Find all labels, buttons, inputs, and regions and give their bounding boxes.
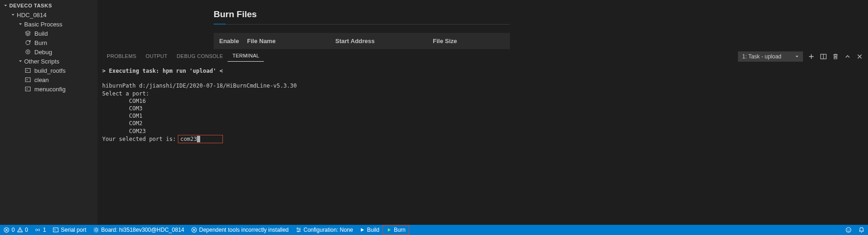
status-dep-tools[interactable]: Dependent tools incorrectly installed bbox=[188, 225, 292, 235]
status-value: 0 bbox=[25, 227, 28, 233]
terminal-line: Select a port: bbox=[102, 90, 149, 97]
status-label: Dependent tools incorrectly installed bbox=[199, 227, 289, 233]
tree-item-clean[interactable]: clean bbox=[0, 75, 98, 84]
new-terminal-icon[interactable] bbox=[808, 53, 815, 60]
tree-item-basic-process[interactable]: Basic Process bbox=[0, 19, 98, 29]
status-bar: 0 0 1 Serial port Board: hi3518ev300@HDC… bbox=[0, 225, 868, 235]
panel-tabs: PROBLEMS OUTPUT DEBUG CONSOLE TERMINAL 1… bbox=[98, 49, 868, 62]
page-title: Burn Files bbox=[214, 9, 868, 19]
tree-item-burn[interactable]: Burn bbox=[0, 38, 98, 47]
script-icon bbox=[24, 76, 32, 83]
burn-icon bbox=[24, 39, 32, 46]
th-file-name: File Name bbox=[247, 38, 335, 44]
tree-label: HDC_0814 bbox=[17, 12, 46, 19]
terminal-line: COM23 bbox=[129, 128, 146, 134]
terminal-output[interactable]: > Executing task: hpm run 'upload' < hib… bbox=[98, 62, 868, 225]
status-label: Configuration: None bbox=[304, 227, 353, 233]
terminal-line: COM1 bbox=[129, 113, 143, 119]
bell-icon bbox=[858, 227, 865, 233]
tab-output[interactable]: OUTPUT bbox=[141, 51, 172, 62]
section-title: DEVECO TASKS bbox=[9, 3, 52, 8]
terminal-line: Your selected port is: bbox=[102, 136, 179, 142]
panel-area: PROBLEMS OUTPUT DEBUG CONSOLE TERMINAL 1… bbox=[98, 49, 868, 225]
chevron-down-icon bbox=[794, 54, 800, 59]
editor-area: Burn Files Enable File Name Start Addres… bbox=[98, 0, 868, 225]
status-label: Board: hi3518ev300@HDC_0814 bbox=[101, 227, 184, 233]
tree-label: Build bbox=[34, 30, 48, 37]
tab-terminal[interactable]: TERMINAL bbox=[228, 51, 264, 62]
th-file-size: File Size bbox=[433, 38, 504, 44]
layers-icon bbox=[24, 30, 32, 37]
terminal-line: COM3 bbox=[129, 105, 143, 112]
status-burn-highlight: Burn bbox=[383, 225, 409, 235]
th-start-address: Start Address bbox=[335, 38, 433, 44]
status-label: Serial port bbox=[61, 227, 86, 233]
tree-label: Burn bbox=[34, 39, 47, 46]
close-icon[interactable] bbox=[856, 53, 863, 60]
tree-item-menuconfig[interactable]: menuconfig bbox=[0, 84, 98, 94]
sidebar-section-header[interactable]: DEVECO TASKS bbox=[0, 1, 98, 10]
title-underline bbox=[214, 24, 510, 25]
tree-item-build[interactable]: Build bbox=[0, 29, 98, 38]
th-enable: Enable bbox=[219, 38, 247, 44]
tree-item-root[interactable]: HDC_0814 bbox=[0, 10, 98, 19]
script-icon bbox=[52, 227, 59, 233]
error-icon bbox=[191, 227, 197, 233]
script-icon bbox=[24, 85, 32, 93]
status-label: Build bbox=[367, 227, 379, 233]
tab-problems[interactable]: PROBLEMS bbox=[102, 51, 141, 62]
status-burn[interactable]: Burn bbox=[383, 225, 409, 235]
editor-content: Burn Files Enable File Name Start Addres… bbox=[98, 0, 868, 49]
tree-label: Debug bbox=[34, 49, 52, 56]
broadcast-icon bbox=[34, 227, 41, 233]
svg-point-14 bbox=[297, 231, 299, 232]
sliders-icon bbox=[295, 227, 302, 233]
terminal-line: COM16 bbox=[129, 98, 146, 104]
tree-item-build-rootfs[interactable]: build_rootfs bbox=[0, 66, 98, 75]
chevron-down-icon bbox=[2, 2, 9, 9]
status-config[interactable]: Configuration: None bbox=[292, 225, 357, 235]
svg-point-13 bbox=[299, 229, 300, 231]
status-value: 0 bbox=[12, 227, 15, 233]
terminal-line: COM2 bbox=[129, 120, 143, 127]
svg-point-8 bbox=[37, 229, 39, 231]
terminal-task-select[interactable]: 1: Task - upload bbox=[738, 51, 803, 62]
status-ports[interactable]: 1 bbox=[31, 225, 49, 235]
panel-actions: 1: Task - upload bbox=[738, 51, 863, 62]
warning-icon bbox=[17, 227, 23, 233]
chevron-down-icon bbox=[9, 11, 17, 19]
status-value: 1 bbox=[43, 227, 46, 233]
svg-point-17 bbox=[849, 229, 849, 229]
status-notifications[interactable] bbox=[855, 225, 868, 235]
debug-icon bbox=[24, 48, 32, 56]
tree-item-other-scripts[interactable]: Other Scripts bbox=[0, 57, 98, 66]
status-serial-port[interactable]: Serial port bbox=[49, 225, 90, 235]
terminal-line: hiburnPath d:/jianshi/IDE/2020-07-18/HiB… bbox=[102, 83, 297, 89]
play-icon bbox=[359, 227, 365, 233]
sidebar: DEVECO TASKS HDC_0814 Basic Process Buil… bbox=[0, 0, 98, 225]
error-icon bbox=[3, 227, 10, 233]
status-build[interactable]: Build bbox=[356, 225, 383, 235]
svg-point-12 bbox=[297, 228, 298, 229]
split-terminal-icon[interactable] bbox=[820, 53, 827, 60]
trash-icon[interactable] bbox=[832, 53, 839, 60]
tree-label: Other Scripts bbox=[24, 58, 59, 65]
svg-point-10 bbox=[95, 229, 97, 231]
terminal-cursor bbox=[197, 136, 200, 142]
tree-item-debug[interactable]: Debug bbox=[0, 47, 98, 57]
chevron-up-icon[interactable] bbox=[844, 53, 851, 60]
chevron-down-icon bbox=[17, 57, 24, 65]
gear-icon bbox=[93, 227, 99, 233]
task-select-value: 1: Task - upload bbox=[742, 53, 782, 60]
tree-label: Basic Process bbox=[24, 21, 62, 28]
status-feedback[interactable] bbox=[842, 225, 855, 235]
terminal-line: > Executing task: hpm run 'upload' < bbox=[102, 68, 223, 74]
tab-debug-console[interactable]: DEBUG CONSOLE bbox=[172, 51, 228, 62]
status-label: Burn bbox=[394, 227, 405, 233]
active-tab-indicator bbox=[214, 24, 226, 25]
svg-point-16 bbox=[848, 229, 848, 229]
status-errors[interactable]: 0 0 bbox=[0, 225, 31, 235]
table-header: Enable File Name Start Address File Size bbox=[214, 33, 510, 49]
status-board[interactable]: Board: hi3518ev300@HDC_0814 bbox=[90, 225, 188, 235]
selected-port-highlight: com23 bbox=[178, 135, 222, 143]
